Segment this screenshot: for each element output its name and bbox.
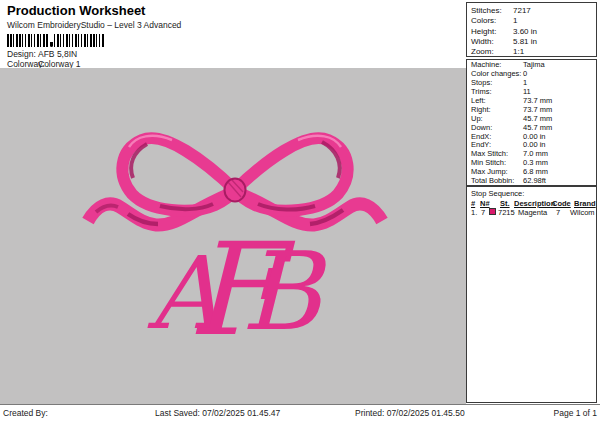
machine-label: Total Bobbin:	[471, 177, 523, 186]
machine-value: 7.0 mm	[523, 149, 548, 158]
stat-label: Colors:	[471, 16, 513, 26]
stat-label: Stitches:	[471, 6, 513, 16]
machine-value: 0.3 mm	[523, 158, 548, 167]
stat-stitches: Stitches:7217	[471, 6, 596, 16]
machine-value: Tajima	[523, 60, 545, 69]
design-preview-area: A F B	[0, 68, 466, 404]
machine-row: Total Bobbin:62.98ft	[471, 177, 596, 186]
thread-num: 1.	[471, 208, 477, 217]
machine-value: 1	[523, 78, 527, 87]
stat-value: 1:1	[513, 47, 524, 56]
stop-sequence-box: Stop Sequence: # N# St. Description Code…	[466, 186, 597, 403]
design-barcode	[7, 34, 107, 47]
printed-text: Printed: 07/02/2025 01.45.50	[355, 408, 465, 418]
stop-sequence-header: # N# St. Description Code Brand	[467, 198, 596, 208]
page-footer: Created By: Last Saved: 07/02/2025 01.45…	[0, 404, 600, 424]
design-value: AFB 5,8IN	[38, 49, 77, 59]
machine-value: 0.00 in	[523, 140, 546, 149]
thread-description: Magenta	[518, 208, 547, 217]
machine-value: 0.00 in	[523, 132, 546, 141]
stat-label: Height:	[471, 27, 513, 37]
stat-value: 3.60 in	[513, 27, 537, 36]
thread-brand: Wilcom	[570, 208, 595, 217]
machine-value: 73.7 mm	[523, 96, 552, 105]
stat-height: Height:3.60 in	[471, 27, 596, 37]
thread-code: 7	[556, 208, 560, 217]
col-num: #	[471, 199, 475, 208]
thread-color-swatch	[489, 208, 496, 215]
production-worksheet-page: Production Worksheet Wilcom EmbroiderySt…	[0, 0, 600, 424]
page-number: Page 1 of 1	[554, 408, 597, 418]
machine-value: 45.7 mm	[523, 114, 552, 123]
last-saved-text: Last Saved: 07/02/2025 01.45.47	[155, 408, 280, 418]
bow-monogram-design: A F B	[0, 68, 466, 404]
barcode-bars-right	[54, 34, 104, 47]
machine-value: 6.8 mm	[523, 167, 548, 176]
design-summary-box: Stitches:7217 Colors:1 Height:3.60 in Wi…	[466, 2, 597, 57]
machine-info-box: Machine:Tajima Color changes:0 Stops:1 T…	[466, 59, 597, 186]
col-needle: N#	[480, 199, 490, 208]
thread-needle: 7	[481, 208, 485, 217]
design-name-row: Design:AFB 5,8IN	[7, 49, 77, 59]
software-name: Wilcom EmbroideryStudio – Level 3 Advanc…	[7, 20, 181, 30]
col-brand: Brand	[574, 199, 596, 208]
machine-value: 62.98ft	[523, 176, 546, 185]
stat-colors: Colors:1	[471, 16, 596, 26]
thread-code-number: 7215	[498, 208, 515, 217]
stat-value: 7217	[513, 6, 531, 15]
thread-row: 1. 7 7215 Magenta 7 Wilcom	[467, 208, 596, 218]
machine-value: 73.7 mm	[523, 105, 552, 114]
stop-sequence-title: Stop Sequence:	[467, 187, 596, 198]
machine-value: 45.7 mm	[523, 123, 552, 132]
col-stitch: St.	[500, 199, 510, 208]
machine-value: 0	[523, 69, 527, 78]
col-description: Description	[514, 199, 555, 208]
machine-value: 11	[523, 87, 531, 96]
stat-width: Width:5.81 in	[471, 37, 596, 47]
page-title: Production Worksheet	[7, 3, 145, 18]
stat-zoom: Zoom:1:1	[471, 47, 596, 57]
stat-label: Zoom:	[471, 47, 513, 57]
stat-value: 1	[513, 16, 517, 25]
created-by-label: Created By:	[3, 408, 48, 418]
col-code: Code	[552, 199, 571, 208]
barcode-bars-left	[7, 34, 49, 47]
monogram-letter-b: B	[241, 229, 328, 354]
stat-value: 5.81 in	[513, 37, 537, 46]
design-label: Design:	[7, 49, 38, 59]
barcode-comma	[50, 42, 53, 47]
stat-label: Width:	[471, 37, 513, 47]
